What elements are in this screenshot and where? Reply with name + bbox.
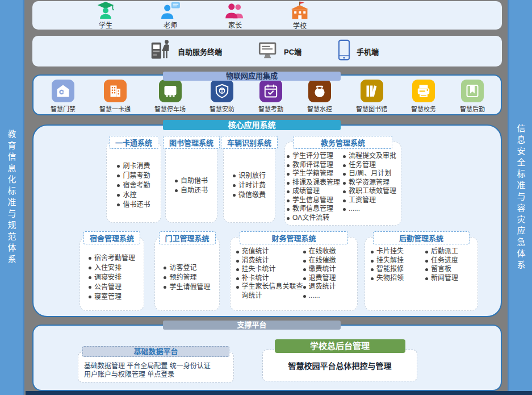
onecard-icon	[104, 80, 127, 102]
feature-item: 学生请假管理	[164, 282, 210, 292]
feature-label: 留言板	[431, 265, 451, 274]
user-item: 家长	[214, 1, 256, 30]
feature-label: 挂失解挂	[376, 256, 404, 265]
bullet-dot	[371, 277, 374, 280]
iot-app-label: 智慧停车场	[154, 104, 186, 113]
system-box-title: 车辆识别系统	[221, 136, 278, 149]
bullet-dot	[89, 286, 91, 289]
feature-item: 宿舍考勤管理	[89, 253, 135, 263]
terminal-label: 自助服务终端	[178, 46, 222, 57]
feature-item: 挂失解挂	[371, 256, 417, 265]
school-affairs-icon	[412, 80, 435, 102]
school-icon	[289, 1, 311, 20]
feature-item: 学生学籍管理	[287, 169, 343, 178]
bullet-dot	[233, 184, 236, 187]
system-box: 后勤管理系统卡片挂失挂失解挂智能报修失物招领后勤派工任务进度留言板新闻管理	[365, 237, 478, 311]
core-section-header: 核心应用系统	[163, 120, 341, 130]
feature-item: 日/周、月计划	[343, 169, 399, 178]
bullet-dot	[236, 286, 239, 289]
iot-app-item: 智慧一卡通	[99, 80, 131, 114]
feature-label: 补卡统计	[242, 274, 269, 283]
core-section-title: 核心应用系统	[228, 120, 276, 130]
system-box: 图书管理系统自助借书自助还书	[165, 142, 217, 223]
feature-label: 退费管理	[309, 274, 336, 283]
feature-label: 入住安排	[94, 263, 122, 273]
admin-platform-title: 学校总后台管理	[275, 339, 405, 353]
system-box-features: 自助借书自助还书	[166, 149, 217, 222]
bullet-dot	[425, 251, 428, 253]
feature-item: OA文件流转	[287, 214, 343, 223]
user-role-label: 学校	[293, 20, 307, 30]
iot-app-item: 智慧校务	[411, 80, 436, 114]
pc-icon	[257, 40, 279, 62]
bullet-dot	[233, 174, 236, 177]
feature-item: 挂失卡统计	[236, 265, 303, 274]
feature-label: 计时计费	[238, 181, 266, 190]
feature-item: 留言板	[425, 265, 472, 274]
bullet-dot	[287, 217, 290, 220]
bullet-dot	[117, 165, 120, 168]
bullet-dot	[287, 199, 290, 202]
feature-column: 刷卡消费门禁考勤宿舍考勤水控借书还书	[117, 161, 150, 210]
bullet-dot	[287, 208, 290, 211]
system-box: 财务管理系统充值统计消费统计挂失卡统计补卡统计学生家长信息关联查询统计在线收缴在…	[230, 237, 358, 311]
feature-label: 缴费统计	[309, 265, 336, 274]
system-box: 一卡通系统刷卡消费门禁考勤宿舍考勤水控借书还书	[106, 142, 161, 223]
left-standards-sidebar: 教育信息化标准与规范体系	[0, 0, 24, 395]
user-role-label: 老师	[164, 20, 177, 30]
feature-label: 调寝安排	[94, 273, 122, 282]
support-platform-panel: 基础数据平台 基础数据管理 平台全局配置 统一身份认证 用户账户与权限管理 单点…	[32, 325, 502, 391]
bullet-dot	[425, 277, 428, 280]
feature-label: 挂失卡统计	[242, 265, 276, 274]
feature-item: 退费统计	[303, 282, 352, 292]
feature-label: 学生学籍管理	[292, 169, 333, 178]
bullet-dot	[343, 164, 346, 167]
school-admin-platform: 学校总后台管理 智慧校园平台总体把控与管理	[262, 339, 417, 381]
iot-app-item: 智慧水控	[307, 80, 332, 114]
bullet-dot	[343, 208, 346, 211]
feature-item: 教职工绩效管理	[343, 187, 399, 196]
feature-item: 识别放行	[233, 171, 266, 181]
iot-app-label: 智慧后勤	[460, 104, 485, 113]
right-sidebar-label: 信息安全标准与容灾应急体系	[515, 124, 527, 272]
feature-label: 在线收缴	[309, 247, 336, 256]
library-icon	[361, 80, 383, 102]
bullet-dot	[425, 260, 428, 263]
iot-section-title: 物联网应用集成	[226, 72, 278, 80]
feature-column: 后勤派工任务进度留言板新闻管理	[425, 247, 472, 282]
parking-icon	[159, 80, 182, 102]
feature-label: 新闻管理	[431, 274, 458, 283]
feature-column: 流程提交及审批任务管理日/周、月计划教学资源管理教职工绩效管理工资管理.....…	[343, 152, 399, 214]
feature-label: 自助还书	[181, 186, 208, 196]
feature-label: 智能报修	[376, 265, 404, 274]
system-box-title: 宿舍管理系统	[83, 231, 140, 244]
bullet-dot	[303, 251, 306, 253]
terminal-item: 自助服务终端	[149, 38, 222, 64]
feature-item: 排课及课表管理	[287, 178, 343, 188]
bullet-dot	[371, 268, 374, 271]
system-box-title: 教务管理系统	[293, 136, 392, 149]
feature-label: 学生评分管理	[292, 152, 333, 161]
feature-label: 卡片挂失	[376, 247, 404, 256]
bullet-dot	[287, 173, 290, 176]
feature-item: 消费统计	[236, 256, 303, 265]
bullet-dot	[164, 276, 166, 279]
feature-label: 宿舍考勤管理	[94, 253, 135, 263]
feature-label: 工资管理	[349, 196, 376, 205]
feature-item: 成绩管理	[287, 187, 343, 196]
system-box-features: 访客登记预约管理学生请假管理	[155, 244, 219, 310]
feature-item: 预约管理	[164, 273, 210, 282]
feature-item: 在线收缴	[303, 247, 352, 256]
bullet-dot	[343, 199, 346, 202]
bullet-dot	[287, 190, 290, 193]
phone-icon	[337, 39, 351, 63]
bullet-dot	[175, 180, 178, 182]
feature-item: 后勤派工	[425, 247, 472, 256]
core-systems-panel: 一卡通系统刷卡消费门禁考勤宿舍考勤水控借书还书图书管理系统自助借书自助还书车辆识…	[32, 124, 502, 317]
feature-label: 学生家长信息关联查询统计	[242, 282, 303, 300]
bullet-dot	[303, 286, 306, 289]
security-icon	[211, 80, 233, 102]
feature-label: 流程提交及审批	[349, 152, 396, 161]
bullet-dot	[303, 260, 306, 263]
core-systems-row-2: 宿舍管理系统宿舍考勤管理入住安排调寝安排公告管理寝室管理门卫管理系统访客登记预约…	[33, 237, 501, 311]
